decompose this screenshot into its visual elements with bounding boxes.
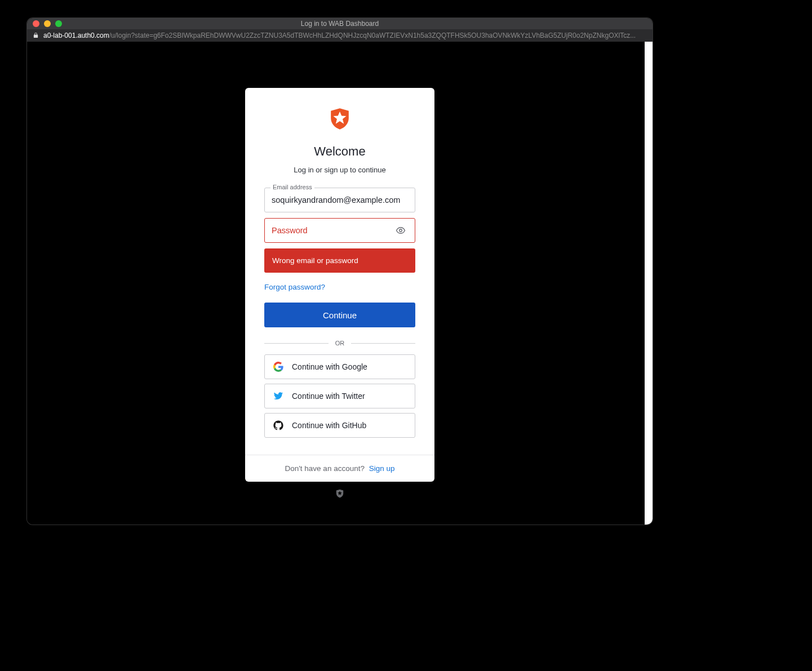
zoom-window-button[interactable] (55, 20, 62, 27)
divider-label: OR (329, 340, 352, 346)
auth0-badge-icon (335, 488, 345, 501)
login-subtitle: Log in or sign up to continue (264, 166, 415, 174)
forgot-password-link[interactable]: Forgot password? (264, 283, 325, 291)
close-window-button[interactable] (33, 20, 39, 27)
email-label: Email address (270, 184, 314, 190)
twitter-button-label: Continue with Twitter (292, 392, 365, 401)
google-button-label: Continue with Google (292, 362, 367, 371)
continue-with-twitter-button[interactable]: Continue with Twitter (264, 384, 415, 408)
github-button-label: Continue with GitHub (292, 421, 366, 430)
social-divider: OR (264, 340, 415, 346)
continue-with-google-button[interactable]: Continue with Google (264, 354, 415, 379)
lock-icon (33, 32, 39, 39)
window-title: Log in to WAB Dashboard (27, 20, 653, 28)
traffic-lights (33, 20, 62, 27)
signup-link[interactable]: Sign up (369, 464, 395, 473)
app-logo (264, 106, 415, 134)
page-viewport: Welcome Log in or sign up to continue Em… (27, 42, 653, 525)
url-path: /u/login?state=g6Fo2SBIWkpaREhDWWVwU2Zzc… (109, 32, 636, 39)
github-icon (273, 420, 284, 431)
email-input[interactable] (272, 195, 408, 205)
svg-point-0 (400, 229, 402, 232)
password-input[interactable] (272, 226, 393, 235)
continue-with-github-button[interactable]: Continue with GitHub (264, 413, 415, 438)
login-card: Welcome Log in or sign up to continue Em… (245, 88, 434, 482)
url-host: a0-lab-001.auth0.com (43, 32, 109, 39)
eye-icon (396, 225, 406, 235)
minimize-window-button[interactable] (44, 20, 51, 27)
toggle-password-visibility-button[interactable] (393, 223, 408, 238)
signup-prompt: Don't have an account? (285, 464, 365, 473)
error-message: Wrong email or password (264, 248, 415, 273)
vertical-scrollbar[interactable] (645, 42, 653, 525)
continue-button[interactable]: Continue (264, 303, 415, 327)
google-icon (273, 361, 284, 372)
address-bar[interactable]: a0-lab-001.auth0.com /u/login?state=g6Fo… (27, 29, 653, 42)
titlebar: Log in to WAB Dashboard (27, 18, 653, 29)
card-footer: Don't have an account? Sign up (245, 455, 434, 482)
twitter-icon (273, 390, 284, 402)
password-field-wrapper (264, 218, 415, 243)
email-field-wrapper: Email address (264, 188, 415, 212)
welcome-heading: Welcome (264, 144, 415, 159)
browser-window: Log in to WAB Dashboard a0-lab-001.auth0… (27, 18, 653, 525)
